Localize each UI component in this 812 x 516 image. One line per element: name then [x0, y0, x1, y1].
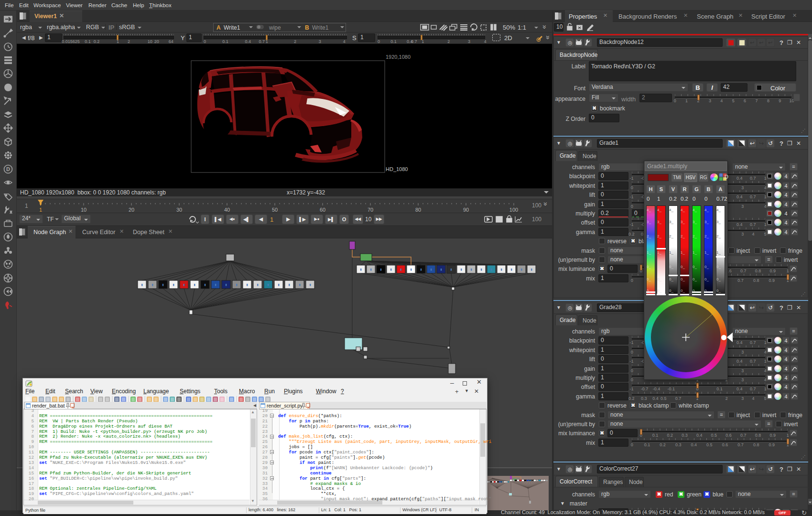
- svg-text:▮: ▮: [246, 283, 248, 286]
- svg-text:▮: ▮: [141, 283, 142, 286]
- svg-text:▮: ▮: [257, 283, 258, 286]
- svg-text:▮: ▮: [278, 283, 279, 286]
- svg-text:▮: ▮: [360, 268, 361, 271]
- svg-text:▮: ▮: [288, 283, 290, 286]
- svg-text:▮: ▮: [470, 268, 472, 271]
- svg-text:▮: ▮: [380, 268, 381, 271]
- svg-text:▮: ▮: [450, 268, 452, 271]
- svg-text:▮: ▮: [430, 268, 432, 271]
- svg-text:▮: ▮: [370, 268, 371, 271]
- svg-text:HD_1080: HD_1080: [386, 166, 408, 172]
- svg-text:▮: ▮: [173, 283, 174, 286]
- svg-text:▮: ▮: [152, 283, 153, 286]
- svg-text:▮: ▮: [400, 268, 401, 271]
- svg-text:20: 20: [129, 207, 134, 213]
- svg-text:▮: ▮: [480, 268, 482, 271]
- svg-text:▮: ▮: [420, 268, 422, 271]
- svg-text:D: D: [6, 166, 10, 172]
- svg-text:▮: ▮: [390, 268, 391, 271]
- svg-text:▮: ▮: [510, 268, 512, 271]
- svg-text:▮: ▮: [440, 268, 442, 271]
- svg-text:▮: ▮: [410, 268, 411, 271]
- svg-text:30: 30: [176, 207, 182, 213]
- svg-text:▮: ▮: [183, 283, 184, 286]
- svg-text:50: 50: [272, 207, 278, 213]
- svg-text:▮: ▮: [490, 268, 492, 271]
- svg-text:▮: ▮: [225, 283, 227, 286]
- svg-text:40: 40: [224, 207, 230, 213]
- svg-text:▮: ▮: [215, 283, 216, 286]
- svg-text:▮: ▮: [531, 268, 532, 271]
- svg-text:▮: ▮: [194, 283, 195, 286]
- svg-text:▮: ▮: [460, 268, 462, 271]
- svg-text:▮: ▮: [500, 268, 502, 271]
- svg-text:▮: ▮: [309, 283, 311, 286]
- svg-text:70: 70: [368, 207, 373, 213]
- svg-text:1: 1: [39, 207, 42, 213]
- svg-text:60: 60: [320, 207, 325, 213]
- svg-text:▮: ▮: [204, 283, 206, 286]
- svg-text:▮: ▮: [162, 283, 163, 286]
- svg-text:80: 80: [415, 207, 421, 213]
- svg-text:▮: ▮: [520, 268, 522, 271]
- svg-text:▮: ▮: [236, 283, 237, 286]
- svg-text:90: 90: [463, 207, 469, 213]
- svg-text:▮: ▮: [267, 283, 269, 286]
- svg-text:1920,1080: 1920,1080: [386, 54, 411, 60]
- svg-text:10: 10: [81, 207, 87, 213]
- svg-text:▮: ▮: [299, 283, 300, 286]
- svg-text:100: 100: [509, 207, 518, 213]
